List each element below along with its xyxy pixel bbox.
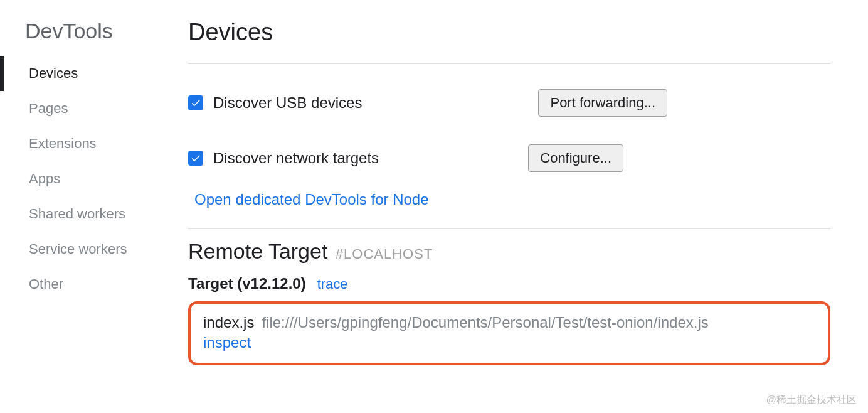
target-version-label: Target (v12.12.0) xyxy=(188,275,306,292)
watermark: @稀土掘金技术社区 xyxy=(766,394,857,407)
sidebar-item-pages[interactable]: Pages xyxy=(0,91,163,126)
target-highlight-box: index.js file:///Users/gpingfeng/Documen… xyxy=(188,301,830,365)
target-line: Target (v12.12.0) trace xyxy=(188,264,830,298)
check-icon xyxy=(190,97,201,109)
sidebar-item-other[interactable]: Other xyxy=(0,267,163,302)
target-file-line: index.js file:///Users/gpingfeng/Documen… xyxy=(203,314,815,331)
trace-link[interactable]: trace xyxy=(317,276,348,292)
dedicated-devtools-row: Open dedicated DevTools for Node xyxy=(188,180,830,223)
sidebar: DevTools Devices Pages Extensions Apps S… xyxy=(0,0,163,413)
discover-network-row: Discover network targets Configure... xyxy=(188,137,830,180)
remote-target-header: Remote Target #LOCALHOST xyxy=(188,239,830,264)
sidebar-item-apps[interactable]: Apps xyxy=(0,161,163,196)
discover-usb-label: Discover USB devices xyxy=(213,94,362,112)
divider xyxy=(188,228,830,229)
check-icon xyxy=(190,153,201,164)
discover-usb-row: Discover USB devices Port forwarding... xyxy=(188,82,830,124)
page-title: Devices xyxy=(188,19,830,58)
remote-target-title: Remote Target xyxy=(188,239,327,264)
sidebar-item-service-workers[interactable]: Service workers xyxy=(0,232,163,267)
remote-target-subtitle: #LOCALHOST xyxy=(336,246,433,262)
discover-network-label: Discover network targets xyxy=(213,149,379,167)
discover-network-checkbox-wrap: Discover network targets xyxy=(188,149,528,167)
discover-usb-checkbox[interactable] xyxy=(188,95,203,110)
discover-usb-checkbox-wrap: Discover USB devices xyxy=(188,94,538,112)
divider xyxy=(188,63,830,64)
sidebar-item-extensions[interactable]: Extensions xyxy=(0,126,163,161)
port-forwarding-button[interactable]: Port forwarding... xyxy=(538,89,667,117)
open-dedicated-devtools-link[interactable]: Open dedicated DevTools for Node xyxy=(194,191,429,208)
main-content: Devices Discover USB devices Port forwar… xyxy=(163,0,868,413)
target-file-path: file:///Users/gpingfeng/Documents/Person… xyxy=(262,314,708,331)
sidebar-item-devices[interactable]: Devices xyxy=(0,56,163,91)
configure-button[interactable]: Configure... xyxy=(528,144,623,172)
sidebar-title: DevTools xyxy=(0,19,163,56)
sidebar-item-shared-workers[interactable]: Shared workers xyxy=(0,196,163,232)
target-file-name: index.js xyxy=(203,314,254,331)
discover-network-checkbox[interactable] xyxy=(188,151,203,166)
inspect-link[interactable]: inspect xyxy=(203,334,251,351)
